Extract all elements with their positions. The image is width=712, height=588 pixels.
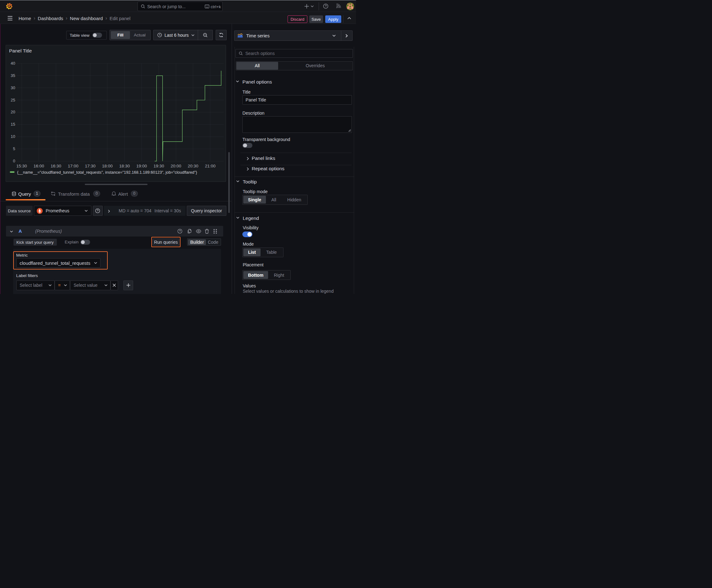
svg-text:30: 30 <box>11 85 15 90</box>
svg-text:19:30: 19:30 <box>153 164 164 168</box>
svg-text:20:30: 20:30 <box>188 164 198 168</box>
svg-text:16:00: 16:00 <box>34 164 44 168</box>
svg-text:15: 15 <box>11 122 15 127</box>
svg-text:21:00: 21:00 <box>205 164 216 168</box>
svg-text:17:30: 17:30 <box>85 164 96 168</box>
svg-text:20: 20 <box>11 110 15 114</box>
svg-text:16:30: 16:30 <box>50 164 61 168</box>
svg-text:18:30: 18:30 <box>119 164 130 168</box>
svg-text:10: 10 <box>11 134 15 139</box>
svg-text:40: 40 <box>11 61 15 66</box>
svg-text:0: 0 <box>13 159 15 163</box>
svg-text:17:00: 17:00 <box>68 164 79 168</box>
svg-text:35: 35 <box>11 73 15 78</box>
svg-text:19:00: 19:00 <box>136 164 147 168</box>
svg-text:25: 25 <box>11 98 15 102</box>
svg-text:15:30: 15:30 <box>16 164 27 168</box>
svg-text:{__name__="cloudflared_tunnel_: {__name__="cloudflared_tunnel_total_requ… <box>17 170 197 175</box>
svg-text:18:00: 18:00 <box>102 164 113 168</box>
svg-text:5: 5 <box>13 146 15 151</box>
svg-text:20:00: 20:00 <box>171 164 181 168</box>
